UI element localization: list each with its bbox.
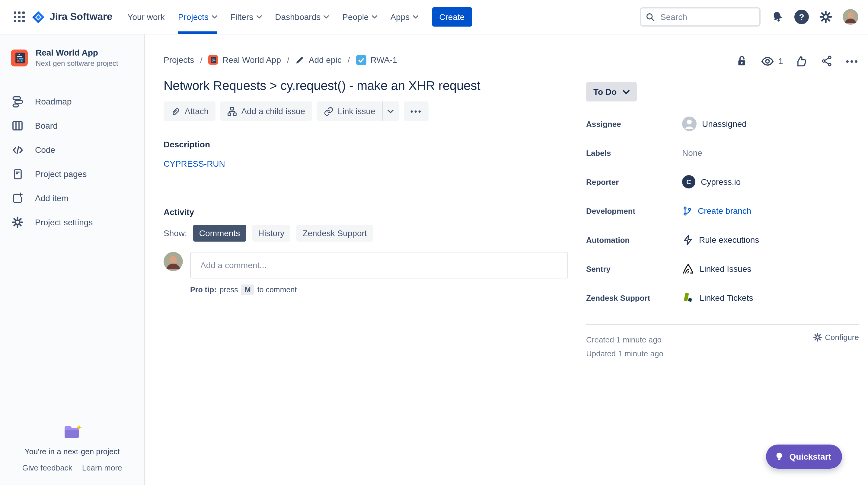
breadcrumb-issue-key[interactable]: RWA-1 [356,55,398,65]
breadcrumb: Projects / Real World App / [163,53,568,67]
nav-filters[interactable]: Filters [224,0,268,34]
chevron-down-icon [256,15,262,19]
app-switcher-grid-icon [14,11,25,22]
description-heading: Description [163,140,568,149]
unlock-icon [736,55,748,67]
issue-title[interactable]: Network Requests > cy.request() - make a… [163,79,568,93]
nav-projects[interactable]: Projects [172,0,224,34]
notifications-button[interactable] [771,10,784,24]
jira-app-window: Jira Software Your work Projects Filters… [0,0,868,485]
chevron-down-icon [623,90,629,94]
updated-timestamp: Updated 1 minute ago [586,347,663,361]
tab-zendesk-support[interactable]: Zendesk Support [297,225,373,241]
user-avatar-button[interactable] [843,9,858,25]
issue-meta-icons: 1 [586,54,859,68]
next-gen-message: You're in a next-gen project [6,447,138,456]
sidebar-item-board[interactable]: Board [0,114,144,138]
watchers-control[interactable]: 1 [761,54,783,68]
sidebar-item-code[interactable]: Code [0,138,144,162]
create-button[interactable]: Create [432,7,472,27]
chevron-down-icon [212,15,217,19]
app-switcher-button[interactable] [10,7,29,27]
attach-button[interactable]: Attach [163,102,215,121]
restrict-access-button[interactable] [736,55,748,67]
nav-people[interactable]: People [336,0,383,34]
breadcrumb-separator: / [348,55,350,65]
sidebar-item-roadmap[interactable]: Roadmap [0,89,144,114]
sentry-linked-issues-value[interactable]: Linked Issues [682,263,751,275]
keyboard-key-m: M [241,284,254,295]
thumbs-up-icon [796,55,808,67]
show-label: Show: [163,228,187,238]
panel-footer: Created 1 minute ago Updated 1 minute ag… [586,333,859,361]
bell-icon [771,10,784,24]
task-type-icon [356,55,366,65]
field-sentry: Sentry Linked Issues [586,254,859,283]
child-issues-icon [227,106,237,116]
give-feedback-link[interactable]: Give feedback [22,463,72,472]
tab-comments[interactable]: Comments [193,225,246,241]
user-avatar [843,9,858,25]
sidebar-item-label: Project settings [35,218,93,227]
ellipsis-icon: ••• [410,107,422,115]
project-name: Real World App [36,48,118,58]
project-header[interactable]: Real World App Next-gen software project [0,48,144,68]
project-avatar-icon [11,49,28,66]
nav-your-work[interactable]: Your work [121,0,172,34]
project-avatar-icon [209,55,218,65]
sentry-logo-icon [682,263,694,275]
assignee-value[interactable]: Unassigned [682,117,747,131]
gear-icon [813,333,822,342]
folder-sparkle-icon [63,424,81,441]
rule-executions-value[interactable]: Rule executions [682,234,759,246]
tab-history[interactable]: History [252,225,290,241]
reporter-value[interactable]: C Cypress.io [682,175,741,189]
share-button[interactable] [821,55,833,67]
settings-button[interactable] [819,10,832,24]
reporter-avatar: C [682,175,695,189]
global-search[interactable] [640,7,761,27]
quickstart-button[interactable]: Quickstart [766,445,842,469]
page-body: Real World App Next-gen software project… [0,34,868,485]
sidebar-item-add-item[interactable]: Add item [0,186,144,210]
add-item-icon [11,192,24,204]
configure-link[interactable]: Configure [813,333,859,342]
jira-logo[interactable]: Jira Software [31,10,112,24]
activity-filter-row: Show: Comments History Zendesk Support [163,225,568,241]
field-development: Development Create branch [586,196,859,225]
labels-value[interactable]: None [682,148,702,158]
create-branch-link[interactable]: Create branch [682,206,751,216]
breadcrumb-projects[interactable]: Projects [163,55,194,65]
status-dropdown[interactable]: To Do [586,82,637,102]
eye-icon [761,54,775,68]
panel-divider [586,324,859,325]
sidebar-item-project-settings[interactable]: Project settings [0,210,144,234]
sidebar-footer-links: Give feedback Learn more [6,463,138,472]
add-child-issue-button[interactable]: Add a child issue [220,102,312,121]
sidebar-item-label: Board [35,121,58,131]
comment-input[interactable] [199,260,559,270]
issue-action-buttons: Attach Add a child issue [163,102,568,121]
learn-more-link[interactable]: Learn more [82,463,122,472]
sidebar-item-project-pages[interactable]: Project pages [0,162,144,186]
field-labels: Labels None [586,138,859,167]
nav-dashboards[interactable]: Dashboards [268,0,336,34]
link-issue-button[interactable]: Link issue [317,102,382,121]
nav-apps[interactable]: Apps [383,0,425,34]
pro-tip: Pro tip: press M to comment [190,284,568,295]
jira-diamond-icon [31,10,45,24]
code-icon [11,143,24,156]
breadcrumb-project[interactable]: Real World App [209,55,281,65]
comment-input-box[interactable] [190,252,568,279]
vote-button[interactable] [796,55,808,67]
app-name: Jira Software [50,11,112,23]
link-issue-dropdown-button[interactable] [382,102,399,121]
zendesk-linked-tickets-value[interactable]: Linked Tickets [682,292,753,304]
more-actions-button[interactable]: ••• [404,102,429,121]
more-options-button[interactable]: ••• [846,56,859,65]
gear-icon [11,216,24,228]
description-link[interactable]: CYPRESS-RUN [163,159,225,169]
help-button[interactable]: ? [794,10,809,24]
search-input[interactable] [659,11,754,22]
breadcrumb-add-epic[interactable]: Add epic [296,55,342,65]
